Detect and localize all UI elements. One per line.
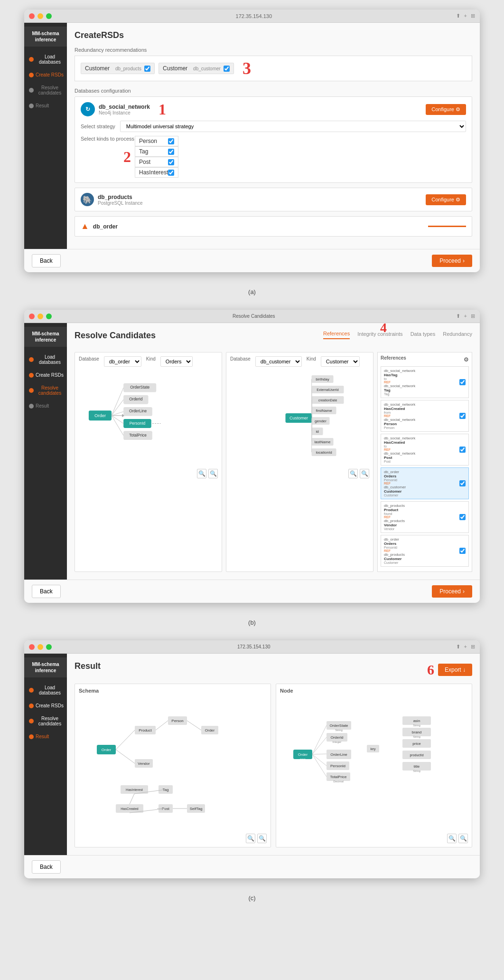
left-kind-select[interactable]: Orders bbox=[160, 356, 193, 367]
left-db-select[interactable]: db_order bbox=[104, 356, 141, 367]
ref-check-5[interactable] bbox=[459, 548, 466, 554]
close-dot-b[interactable] bbox=[29, 314, 35, 319]
tab-references[interactable]: References bbox=[323, 331, 350, 339]
sidebar-item-load-databases[interactable]: Load databases bbox=[24, 50, 67, 68]
zoom-out-btn-right[interactable]: 🔍 bbox=[360, 469, 369, 478]
left-diagram-svg: Order OrderState OrderId OrderLine Perso… bbox=[79, 371, 218, 466]
zoom-out-btn-left[interactable]: 🔍 bbox=[208, 469, 218, 478]
ref-check-1[interactable] bbox=[459, 413, 466, 419]
filter-icon[interactable]: ⚙ bbox=[464, 356, 469, 363]
sidebar-c-result[interactable]: Result bbox=[24, 730, 67, 743]
kind-check[interactable] bbox=[168, 138, 174, 144]
ref-info: db_order Orders PersonId REF db_products… bbox=[384, 537, 405, 564]
plus-icon-b[interactable]: + bbox=[464, 313, 467, 319]
maximize-dot-b[interactable] bbox=[46, 314, 52, 319]
grid-icon-b[interactable]: ⊞ bbox=[471, 313, 475, 319]
resolve-panels: Database db_order Kind Orders Order bbox=[75, 352, 472, 572]
redundancy-label-0: Customer bbox=[85, 65, 110, 72]
strategy-select[interactable]: Multimodel universal strategy bbox=[120, 121, 466, 132]
grid-icon-c[interactable]: ⊞ bbox=[471, 644, 475, 650]
configure-btn-social[interactable]: Configure ⚙ bbox=[426, 104, 466, 115]
node-svg: Order REF OrderLine key OrderState Strin… bbox=[280, 697, 468, 830]
right-db-select[interactable]: db_customer bbox=[255, 356, 302, 367]
annotation-1: 1 bbox=[159, 102, 166, 117]
zoom-in-btn-left[interactable]: 🔍 bbox=[197, 469, 206, 478]
share-icon-c[interactable]: ⬆ bbox=[456, 644, 460, 650]
zoom-in-node[interactable]: 🔍 bbox=[447, 834, 457, 843]
sidebar-item-result[interactable]: Result bbox=[24, 99, 67, 112]
plus-icon[interactable]: + bbox=[464, 13, 467, 19]
share-icon[interactable]: ⬆ bbox=[456, 13, 460, 19]
svg-text:REF: REF bbox=[300, 758, 306, 761]
sidebar-c-load[interactable]: Load databases bbox=[24, 681, 67, 699]
db-order-icon: ▲ bbox=[81, 221, 89, 231]
minimize-dot[interactable] bbox=[37, 13, 43, 19]
maximize-dot[interactable] bbox=[46, 13, 52, 19]
tab-redundancy[interactable]: Redundancy bbox=[443, 331, 472, 339]
svg-text:lastName: lastName bbox=[315, 440, 331, 444]
sidebar-c-create[interactable]: Create RSDs bbox=[24, 699, 67, 712]
svg-text:OrderId: OrderId bbox=[330, 735, 343, 740]
right-diagram-svg: Customer birthday ExternalUserId creatio… bbox=[230, 371, 369, 466]
proceed-btn-b[interactable]: Proceed › bbox=[432, 585, 472, 598]
caption-b: (b) bbox=[248, 619, 256, 626]
configure-btn-products[interactable]: Configure ⚙ bbox=[426, 194, 466, 205]
kind-name: Person bbox=[139, 138, 157, 144]
right-db-label: Database bbox=[230, 356, 251, 367]
sidebar-b-load[interactable]: Load databases bbox=[24, 351, 67, 369]
kind-name: HasInterest bbox=[139, 169, 168, 176]
maximize-dot-c[interactable] bbox=[46, 644, 52, 650]
svg-text:OrderId: OrderId bbox=[129, 397, 143, 401]
export-btn[interactable]: Export ↓ bbox=[438, 664, 472, 676]
left-zoom-controls: 🔍 🔍 bbox=[79, 469, 218, 478]
redundancy-check-0[interactable] bbox=[144, 66, 150, 72]
left-panel-header: Database db_order Kind Orders bbox=[79, 356, 218, 367]
sidebar-dot bbox=[29, 373, 34, 378]
kind-check[interactable] bbox=[168, 159, 174, 165]
back-btn-b[interactable]: Back bbox=[32, 585, 61, 598]
svg-text:OrderState: OrderState bbox=[329, 723, 348, 728]
redundancy-db-0: db_products bbox=[115, 66, 141, 71]
db-social-name: db_social_network bbox=[99, 104, 150, 110]
back-btn-c[interactable]: Back bbox=[32, 860, 61, 874]
ref-check-4[interactable] bbox=[459, 514, 466, 520]
svg-text:Decimal: Decimal bbox=[333, 780, 344, 783]
zoom-out-node[interactable]: 🔍 bbox=[458, 834, 468, 843]
sidebar-item-create-rsds[interactable]: Create RSDs bbox=[24, 68, 67, 81]
zoom-in-btn-right[interactable]: 🔍 bbox=[348, 469, 358, 478]
zoom-out-schema[interactable]: 🔍 bbox=[257, 834, 267, 843]
kinds-items: Person Tag Post bbox=[135, 136, 178, 178]
proceed-btn-a[interactable]: Proceed › bbox=[432, 255, 472, 267]
ref-check-2[interactable] bbox=[459, 447, 466, 453]
plus-icon-c[interactable]: + bbox=[464, 644, 467, 650]
strategy-row: Select strategy Multimodel universal str… bbox=[81, 121, 466, 132]
close-dot[interactable] bbox=[29, 13, 35, 19]
redundancy-check-1[interactable] bbox=[224, 66, 230, 72]
sidebar-dot bbox=[29, 88, 34, 93]
close-dot-c[interactable] bbox=[29, 644, 35, 650]
sidebar-dot bbox=[29, 57, 34, 62]
ref-item-0: db_social_network HasTag to REF db_socia… bbox=[381, 366, 469, 398]
ref-check-0[interactable] bbox=[459, 379, 466, 385]
sidebar-b-create[interactable]: Create RSDs bbox=[24, 369, 67, 381]
zoom-in-schema[interactable]: 🔍 bbox=[246, 834, 255, 843]
minimize-dot-c[interactable] bbox=[37, 644, 43, 650]
svg-text:productId: productId bbox=[410, 753, 423, 757]
sidebar-b-result[interactable]: Result bbox=[24, 400, 67, 412]
kinds-row: Select kinds to process 2 Person Tag bbox=[81, 136, 466, 178]
back-btn-a[interactable]: Back bbox=[32, 254, 61, 267]
grid-icon[interactable]: ⊞ bbox=[471, 13, 475, 19]
sidebar-item-resolve[interactable]: Resolve candidates bbox=[24, 81, 67, 99]
ref-check-3[interactable] bbox=[459, 480, 466, 486]
page-title-c: Result bbox=[75, 661, 101, 671]
sidebar-label: Resolve candidates bbox=[36, 85, 64, 95]
kind-check[interactable] bbox=[168, 170, 174, 176]
sidebar-c-resolve[interactable]: Resolve candidates bbox=[24, 712, 67, 730]
tab-datatypes[interactable]: Data types bbox=[411, 331, 436, 339]
svg-text:OrderState: OrderState bbox=[130, 385, 149, 390]
share-icon-b[interactable]: ⬆ bbox=[456, 313, 460, 319]
sidebar-b-resolve[interactable]: Resolve candidates bbox=[24, 381, 67, 400]
kind-check[interactable] bbox=[168, 149, 174, 155]
right-kind-select[interactable]: Customer bbox=[321, 356, 360, 367]
minimize-dot-b[interactable] bbox=[37, 314, 43, 319]
